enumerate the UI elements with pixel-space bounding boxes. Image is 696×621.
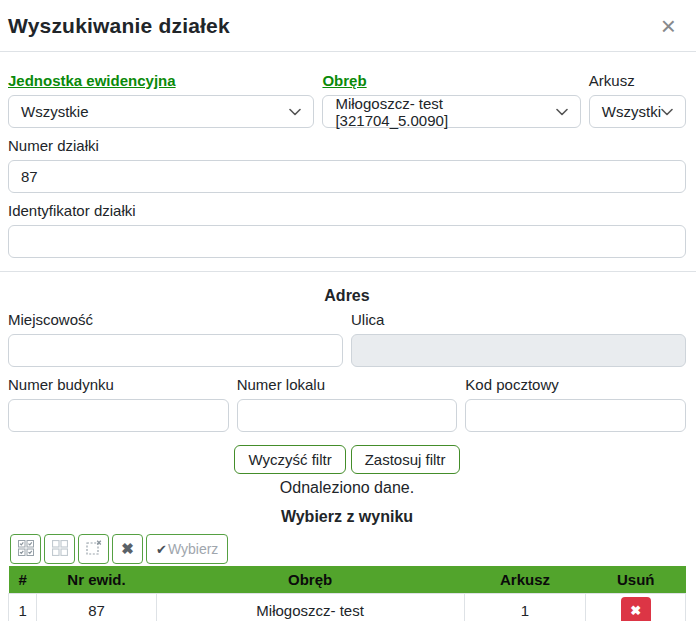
obreb-select[interactable]: Miłogoszcz- test [321704_5.0090] [322,95,580,128]
jednostka-select[interactable]: Wszystkie [8,95,314,128]
col-header-nr-ewid: Nr ewid. [37,566,156,593]
close-icon[interactable]: × [657,14,680,38]
field-identyfikator: Identyfikator działki [8,202,686,258]
deselect-grid-button[interactable] [78,534,109,564]
field-jednostka: Jednostka ewidencyjna Wszystkie [8,72,314,128]
col-header-arkusz: Arkusz [464,566,586,593]
section-divider [0,271,696,272]
field-kod-pocztowy: Kod pocztowy [465,376,686,432]
result-heading: Wybierz z wyniku [8,508,686,526]
results-table-header: # Nr ewid. Obręb Arkusz Usuń [9,566,686,593]
ulica-input [351,334,686,367]
chevron-down-icon [661,108,673,116]
grid-deselect-icon [86,540,102,559]
obreb-value: Miłogoszcz- test [321704_5.0090] [335,95,555,129]
numer-budynku-label: Numer budynku [8,376,114,393]
cell-nr-ewid: 87 [37,593,156,621]
check-icon: ✔ [156,542,167,557]
cell-usun: ✖ [586,593,686,621]
kod-pocztowy-label: Kod pocztowy [465,376,558,393]
apply-filter-button[interactable]: Zastosuj filtr [351,445,460,474]
numer-budynku-input[interactable] [8,399,229,432]
col-header-obreb: Obręb [156,566,464,593]
numer-lokalu-input[interactable] [237,399,458,432]
miejscowosc-input[interactable] [8,334,343,367]
adres-row-1: Miejscowość Ulica [8,311,686,367]
field-ulica: Ulica [351,311,686,367]
jednostka-value: Wszystkie [21,103,89,120]
jednostka-label[interactable]: Jednostka ewidencyjna [8,72,176,89]
clear-filter-button[interactable]: Wyczyść filtr [234,445,345,474]
dialog-header: Wyszukiwanie działek × [0,0,696,51]
grid-checked-icon [18,540,34,559]
miejscowosc-label: Miejscowość [8,311,93,328]
col-header-index: # [9,566,37,593]
arkusz-label: Arkusz [589,72,635,89]
grid-icon [52,540,68,559]
choose-result-label: Wybierz [168,541,218,557]
delete-x-icon: ✖ [630,603,641,618]
chevron-down-icon [289,108,301,116]
identyfikator-label: Identyfikator działki [8,202,136,219]
page-title: Wyszukiwanie działek [8,14,230,38]
numer-dzialki-label: Numer działki [8,137,99,154]
adres-row-2: Numer budynku Numer lokalu Kod pocztowy [8,376,686,432]
ulica-label: Ulica [351,311,384,328]
results-table: # Nr ewid. Obręb Arkusz Usuń 1 87 Miłogo… [8,566,686,621]
field-miejscowosc: Miejscowość [8,311,343,367]
field-numer-budynku: Numer budynku [8,376,229,432]
clear-selection-button[interactable]: ✖ [112,534,143,564]
cell-arkusz: 1 [464,593,586,621]
adres-heading: Adres [8,287,686,305]
select-all-button[interactable] [10,534,41,564]
field-numer-lokalu: Numer lokalu [237,376,458,432]
header-divider [0,51,696,52]
choose-result-button[interactable]: ✔ Wybierz [146,534,228,564]
filter-actions: Wyczyść filtr Zastosuj filtr [8,445,686,474]
col-header-usun: Usuń [586,566,686,593]
obreb-label[interactable]: Obręb [322,72,366,89]
identyfikator-input[interactable] [8,225,686,258]
filter-row-selects: Jednostka ewidencyjna Wszystkie Obręb Mi… [8,72,686,128]
cell-index: 1 [9,593,37,621]
arkusz-value: Wszystki [602,103,661,120]
numer-lokalu-label: Numer lokalu [237,376,325,393]
field-obreb: Obręb Miłogoszcz- test [321704_5.0090] [322,72,580,128]
grid-view-button[interactable] [44,534,75,564]
table-row[interactable]: 1 87 Miłogoszcz- test 1 ✖ [9,593,686,621]
chevron-down-icon [556,108,568,116]
numer-dzialki-input[interactable] [8,160,686,193]
field-arkusz: Arkusz Wszystki [589,72,686,128]
cell-obreb: Miłogoszcz- test [156,593,464,621]
arkusz-select[interactable]: Wszystki [589,95,686,128]
kod-pocztowy-input[interactable] [465,399,686,432]
status-text: Odnaleziono dane. [8,479,686,497]
field-numer-dzialki: Numer działki [8,137,686,193]
delete-row-button[interactable]: ✖ [621,597,651,621]
x-icon: ✖ [121,540,134,558]
result-toolbar: ✖ ✔ Wybierz [8,534,686,564]
